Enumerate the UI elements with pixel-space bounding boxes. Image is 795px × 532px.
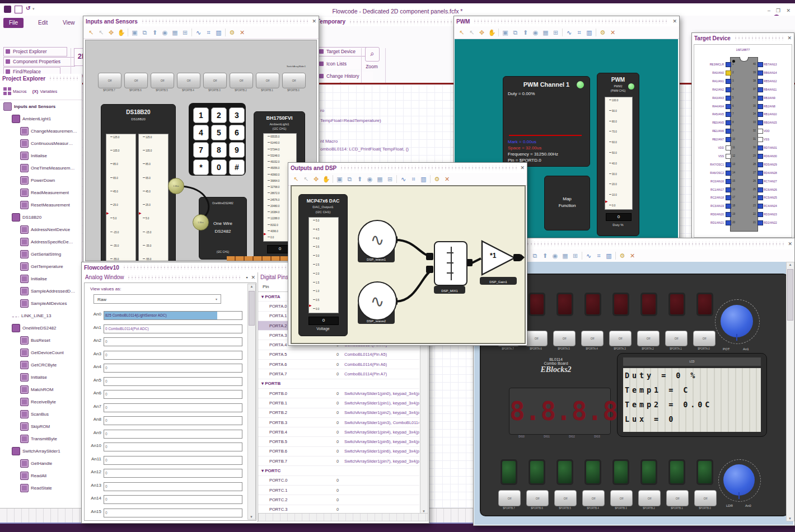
tree-item[interactable]: OneWireDS2482 <box>0 322 82 334</box>
layers-icon[interactable]: ⊞ <box>571 252 579 260</box>
tree-item[interactable]: ReadState <box>0 482 82 494</box>
digital-pin-row[interactable]: PORTB.60SwitchArraySlider1(pin6), keypad… <box>258 447 419 456</box>
configure-icon[interactable]: ⚙ <box>598 29 607 37</box>
export-icon[interactable]: ⬆ <box>356 175 364 183</box>
digital-pin-row[interactable]: PORTB.10SwitchArraySlider1(pin1), keypad… <box>258 398 419 408</box>
pin-12[interactable] <box>726 154 731 159</box>
tab-edit[interactable]: Edit <box>32 18 53 28</box>
tree-item[interactable]: AddressNextDevice <box>0 223 82 236</box>
zoom-icon[interactable]: ⌕ <box>365 47 380 62</box>
analog-field-an3[interactable]: 0 <box>104 351 242 360</box>
console-icon[interactable]: ⌗ <box>409 175 418 183</box>
pin-36[interactable] <box>757 96 763 101</box>
tree-item[interactable]: AddressSpecificDe… <box>0 236 82 248</box>
digital-pin-row[interactable]: PORTC.30 <box>258 505 419 512</box>
switch-portb3[interactable]: Off <box>610 490 633 506</box>
export-icon[interactable]: ⬆ <box>541 252 549 260</box>
tree-item[interactable]: AmbientLight1 <box>0 112 82 125</box>
tree-item[interactable]: SampleAllDevices <box>0 297 82 309</box>
pan-icon[interactable]: ✥ <box>107 29 115 37</box>
change-history-button[interactable]: Change History <box>317 72 373 81</box>
dsp-mixer-component[interactable] <box>434 241 467 286</box>
analog-field-an1[interactable]: 0 ComboBL0114(Pot ADC) <box>104 324 242 333</box>
outputs-titlebar[interactable]: Outputs and DSP ✕ <box>288 163 527 173</box>
pin-6[interactable] <box>726 104 731 109</box>
pin-10[interactable] <box>726 137 731 142</box>
tree-item[interactable]: GetSerialString <box>0 248 82 260</box>
pin-icon[interactable]: ▪ <box>246 275 247 280</box>
close-icon[interactable]: ✕ <box>672 18 677 24</box>
digital-pin-row[interactable]: PORTC.10 <box>258 486 419 495</box>
tree-item[interactable]: GetHandle <box>0 457 82 469</box>
analog-field-an11[interactable]: 0 <box>104 456 242 465</box>
inputs-panel-canvas[interactable]: SwitchArraySlider1 DS18B20 DS18B20 125.0… <box>85 40 317 261</box>
analog-vscrollbar[interactable]: ▲ ▼ <box>247 284 256 520</box>
pin-37[interactable] <box>757 87 763 92</box>
select-icon[interactable]: ↖ <box>457 29 466 37</box>
switch-porta6[interactable]: Off <box>525 331 548 346</box>
analog-field-an15[interactable]: 0 <box>104 509 242 517</box>
tree-item[interactable]: ReadMeasurement <box>0 186 82 199</box>
target-device-titlebar[interactable]: Target Device ✕ <box>692 33 794 43</box>
pin-30[interactable] <box>757 145 763 150</box>
clone-icon[interactable]: ⧉ <box>531 252 539 260</box>
grab-icon[interactable]: ✋ <box>322 175 330 183</box>
scroll-down-icon[interactable]: ▼ <box>250 515 253 519</box>
view-values-dropdown[interactable]: Raw ▾ <box>93 294 221 304</box>
pin-2[interactable] <box>726 70 731 76</box>
data-recorder-icon[interactable]: ▥ <box>419 175 428 183</box>
console-icon[interactable]: ⌗ <box>575 29 583 37</box>
map-function-component[interactable]: Map Function <box>544 176 590 230</box>
delete-icon[interactable]: ✕ <box>443 175 451 183</box>
restore-button[interactable]: ❐ <box>776 8 780 13</box>
pin-29[interactable] <box>757 154 763 159</box>
pwm-window-titlebar[interactable]: PWM ✕ <box>454 16 679 26</box>
analog-field-an4[interactable]: 0 <box>104 364 242 373</box>
select-add-icon[interactable]: ↖ <box>302 175 310 183</box>
image-icon[interactable]: ▦ <box>376 175 384 183</box>
tree-item[interactable]: PowerDown <box>0 174 82 186</box>
switch-portb2[interactable]: Off <box>638 490 661 506</box>
macros-icon[interactable] <box>3 87 11 95</box>
digital-pin-row[interactable]: PORTA.70ComboBL0114(Pin A7) <box>258 369 419 379</box>
pin-16[interactable] <box>726 187 731 192</box>
pot-knob[interactable] <box>721 305 753 337</box>
tree-item[interactable]: Initialise <box>0 272 82 285</box>
digital-pin-row[interactable]: ▾ PORTB <box>258 379 419 389</box>
select-add-icon[interactable]: ↖ <box>467 29 476 37</box>
close-icon[interactable]: ✕ <box>251 275 255 280</box>
switch-portb7[interactable]: Off <box>98 73 121 88</box>
tab-file[interactable]: File <box>3 18 24 28</box>
pan-icon[interactable]: ✥ <box>478 29 486 37</box>
component-properties-button[interactable]: Component Properties <box>3 57 75 67</box>
switch-portb6[interactable]: Off <box>124 73 148 88</box>
analog-field-an14[interactable]: 0 <box>104 495 242 504</box>
inputs-titlebar[interactable]: Inputs and Sensors ✕ <box>83 16 319 26</box>
pin-33[interactable] <box>757 120 763 125</box>
digital-pin-row[interactable]: PORTB.40SwitchArraySlider1(pin4), keypad… <box>258 427 419 437</box>
pin-3[interactable] <box>726 79 731 84</box>
close-icon[interactable]: ✕ <box>787 35 792 41</box>
new-component-icon[interactable]: ▣ <box>501 29 509 37</box>
analog-field-an12[interactable]: 0 <box>104 469 242 478</box>
snapshot-icon[interactable]: ◉ <box>551 252 559 260</box>
analog-field-an7[interactable]: 0 <box>104 403 242 412</box>
pin-28[interactable] <box>757 162 763 167</box>
tree-item[interactable]: SwitchArraySlider1 <box>0 445 82 457</box>
pwm-meter-component[interactable]: PWM PWM2 (PWM CH1) 100.090.080.070.060.0… <box>597 73 639 236</box>
switch-portb6[interactable]: Off <box>526 490 549 506</box>
switch-portb5[interactable]: Off <box>151 73 174 88</box>
pin-5[interactable] <box>726 96 731 101</box>
new-component-icon[interactable]: ▣ <box>335 175 344 183</box>
undo-icon[interactable]: ↺ <box>26 5 30 12</box>
project-explorer-header[interactable]: Project Explorer <box>0 74 82 83</box>
tree-item[interactable]: OneTimeMeasurem… <box>0 162 82 174</box>
analog-field-an8[interactable]: 0 <box>104 416 242 425</box>
data-recorder-icon[interactable]: ▥ <box>605 252 613 260</box>
target-device-button[interactable]: Target Device <box>317 47 373 57</box>
digital-pin-row[interactable]: ▾ PORTC <box>258 466 419 475</box>
export-icon[interactable]: ⬆ <box>521 29 530 37</box>
scroll-up-icon[interactable]: ▲ <box>787 263 794 266</box>
switch-porta2[interactable]: Off <box>637 331 660 346</box>
switch-portb3[interactable]: Off <box>203 73 227 88</box>
